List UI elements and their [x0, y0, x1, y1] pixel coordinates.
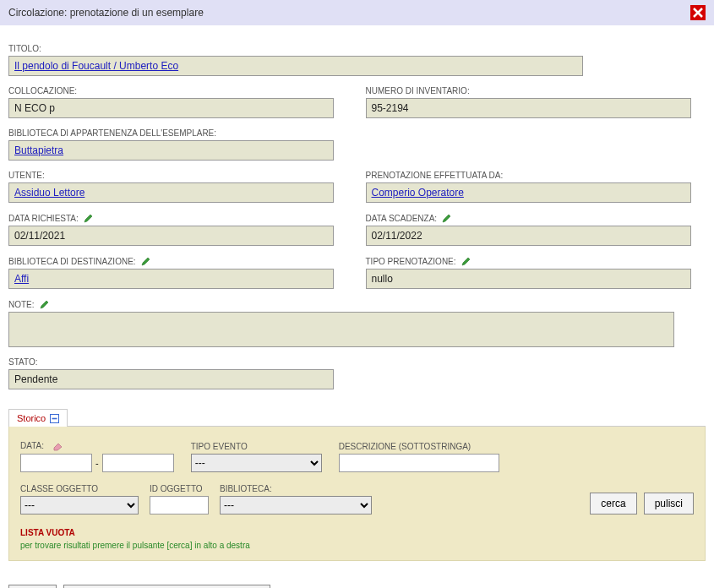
- descrizione-label: DESCRIZIONE (SOTTOSTRINGA): [339, 442, 499, 451]
- descrizione-input[interactable]: [339, 454, 499, 472]
- classe-label: CLASSE OGGETTO: [20, 484, 139, 493]
- footer: chiudi conserva solo la prenotazione per…: [0, 585, 714, 588]
- biblioteca-label: BIBLIOTECA:: [220, 484, 372, 493]
- collocazione-field: N ECO p: [8, 98, 334, 118]
- prenotazione-da-field: Comperio Operatore: [366, 182, 691, 203]
- close-icon: [693, 8, 703, 18]
- tipo-evento-label: TIPO EVENTO: [191, 442, 322, 451]
- biblioteca-select[interactable]: ---: [220, 496, 372, 514]
- date-separator: -: [95, 458, 99, 468]
- pulisci-button[interactable]: pulisci: [644, 493, 694, 514]
- appartenenza-link[interactable]: Buttapietra: [14, 144, 63, 156]
- close-button[interactable]: [690, 5, 706, 20]
- data-richiesta-label: DATA RICHIESTA:: [8, 213, 349, 223]
- titolo-label: TITOLO:: [8, 44, 706, 53]
- id-oggetto-input[interactable]: [150, 496, 209, 514]
- prenotazione-da-link[interactable]: Comperio Operatore: [372, 187, 464, 199]
- classe-select[interactable]: ---: [20, 496, 139, 514]
- note-field: [8, 312, 674, 347]
- titlebar: Circolazione: prenotazione di un esempla…: [0, 0, 714, 25]
- eraser-icon[interactable]: [52, 439, 64, 451]
- search-data-label: DATA:: [20, 439, 174, 451]
- data-scadenza-field: 02/11/2022: [366, 226, 691, 246]
- storico-panel: DATA: - TIPO EVENTO --- DESCRIZIONE (SOT…: [8, 427, 706, 561]
- window-title: Circolazione: prenotazione di un esempla…: [8, 7, 204, 19]
- inventario-field: 95-2194: [366, 98, 691, 118]
- utente-field: Assiduo Lettore: [8, 182, 334, 203]
- empty-list-label: LISTA VUOTA: [20, 528, 694, 537]
- inventario-label: NUMERO DI INVENTARIO:: [366, 86, 706, 95]
- tipo-prenotazione-field: nullo: [366, 269, 691, 289]
- conserva-button[interactable]: conserva solo la prenotazione per notizi…: [63, 585, 270, 588]
- destinazione-field: Affi: [8, 269, 334, 289]
- cerca-button[interactable]: cerca: [590, 493, 636, 514]
- tab-storico[interactable]: Storico: [8, 409, 68, 427]
- titolo-link[interactable]: Il pendolo di Foucault / Umberto Eco: [14, 60, 178, 72]
- utente-link[interactable]: Assiduo Lettore: [14, 187, 84, 199]
- collocazione-label: COLLOCAZIONE:: [8, 86, 349, 95]
- form-content: TITOLO: Il pendolo di Foucault / Umberto…: [0, 25, 714, 569]
- pencil-icon[interactable]: [84, 213, 94, 223]
- stato-label: STATO:: [8, 357, 706, 367]
- destinazione-label: BIBLIOTECA DI DESTINAZIONE:: [8, 256, 349, 266]
- pencil-icon[interactable]: [141, 256, 151, 266]
- pencil-icon[interactable]: [442, 213, 452, 223]
- pencil-icon[interactable]: [461, 256, 471, 266]
- destinazione-link[interactable]: Affi: [14, 273, 29, 285]
- data-scadenza-label: DATA SCADENZA:: [366, 213, 706, 223]
- prenotazione-da-label: PRENOTAZIONE EFFETTUATA DA:: [366, 171, 706, 180]
- tab-bar: Storico: [8, 408, 706, 427]
- appartenenza-label: BIBLIOTECA DI APPARTENENZA DELL'ESEMPLAR…: [8, 128, 706, 138]
- chiudi-button[interactable]: chiudi: [8, 585, 57, 588]
- stato-field: Pendente: [8, 369, 334, 389]
- tab-storico-label: Storico: [17, 413, 46, 423]
- pencil-icon[interactable]: [40, 299, 50, 309]
- search-hint: per trovare risultati premere il pulsant…: [20, 541, 694, 550]
- tipo-evento-select[interactable]: ---: [191, 454, 322, 472]
- id-oggetto-label: ID OGGETTO: [150, 484, 209, 493]
- tipo-prenotazione-label: TIPO PRENOTAZIONE:: [366, 256, 706, 266]
- search-date-to[interactable]: [102, 454, 174, 472]
- utente-label: UTENTE:: [8, 171, 349, 180]
- search-date-from[interactable]: [20, 454, 92, 472]
- note-label: NOTE:: [8, 299, 706, 309]
- appartenenza-field: Buttapietra: [8, 140, 334, 161]
- data-richiesta-field: 02/11/2021: [8, 226, 334, 246]
- collapse-icon: [50, 414, 59, 423]
- titolo-field: Il pendolo di Foucault / Umberto Eco: [8, 56, 583, 76]
